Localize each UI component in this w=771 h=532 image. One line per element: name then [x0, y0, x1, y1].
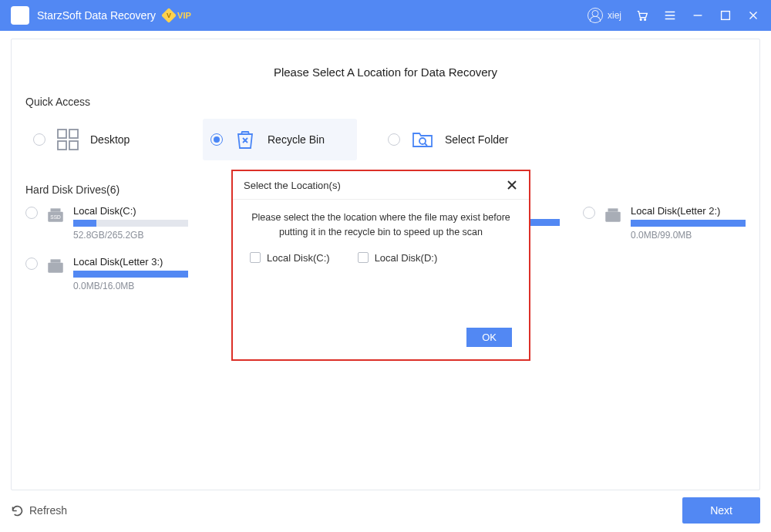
checkbox-local-disk-d[interactable]: Local Disk(D:) [358, 252, 438, 264]
svg-rect-14 [51, 259, 61, 262]
menu-icon[interactable] [663, 8, 677, 22]
qa-recycle-bin[interactable]: Recycle Bin [203, 119, 357, 160]
svg-rect-11 [605, 212, 621, 222]
radio-drive-letter3[interactable] [25, 258, 38, 270]
drive-name: Local Disk(Letter 2:) [631, 205, 746, 217]
drive-bar [73, 271, 188, 278]
svg-rect-9 [51, 208, 61, 211]
dialog-header: Select the Location(s) [233, 171, 529, 200]
svg-rect-4 [69, 130, 78, 138]
drive-item[interactable]: Local Disk(Letter 3:) 0.0MB/16.0MB [25, 256, 188, 291]
maximize-icon[interactable] [719, 8, 732, 22]
qa-desktop[interactable]: Desktop [25, 119, 180, 160]
close-icon [507, 180, 517, 190]
footer: Refresh Next [11, 495, 760, 526]
vip-badge: V VIP [163, 10, 191, 21]
checkbox-label: Local Disk(D:) [375, 252, 438, 264]
checkbox-icon [250, 252, 261, 263]
checkbox-icon [358, 252, 369, 263]
hdd-icon [45, 256, 66, 276]
drive-size: 0.0MB/16.0MB [73, 281, 188, 291]
drive-bar [631, 220, 746, 227]
desktop-icon [55, 126, 81, 153]
svg-rect-3 [58, 130, 66, 138]
radio-desktop[interactable] [33, 133, 45, 146]
drive-bar [73, 220, 188, 227]
svg-point-0 [640, 19, 641, 21]
svg-text:SSD: SSD [50, 214, 61, 220]
app-title: StarzSoft Data Recovery [37, 9, 156, 22]
quick-access-label: Quick Access [25, 96, 746, 108]
refresh-button[interactable]: Refresh [11, 504, 67, 517]
next-button[interactable]: Next [682, 497, 760, 524]
folder-search-icon [409, 126, 436, 153]
radio-drive-c[interactable] [25, 207, 38, 219]
checkbox-label: Local Disk(C:) [267, 252, 330, 264]
svg-rect-5 [58, 141, 66, 150]
title-bar: StarzSoft Data Recovery V VIP xiej [0, 0, 771, 31]
user-name: xiej [608, 10, 621, 21]
cart-icon[interactable] [635, 8, 649, 22]
quick-access-row: Desktop Recycle Bin Select Folder [25, 119, 746, 160]
user-section[interactable]: xiej [588, 8, 621, 23]
dialog-close-button[interactable] [506, 179, 518, 191]
refresh-icon [11, 504, 24, 517]
drive-item[interactable]: SSD Local Disk(C:) 52.8GB/265.2GB [25, 205, 188, 241]
hdd-icon [603, 205, 623, 225]
svg-rect-13 [48, 263, 63, 273]
recycle-bin-icon [232, 126, 258, 153]
qa-desktop-label: Desktop [90, 133, 130, 146]
radio-recycle[interactable] [210, 133, 223, 146]
page-title: Please Select A Location for Data Recove… [25, 66, 746, 79]
ssd-icon: SSD [45, 205, 66, 225]
ok-button[interactable]: OK [466, 328, 512, 347]
dialog-message: Please select the the location where the… [250, 210, 512, 240]
download-icon [14, 9, 26, 22]
avatar-icon [588, 8, 603, 23]
qa-select-folder-label: Select Folder [445, 133, 508, 146]
svg-rect-2 [722, 12, 730, 20]
diamond-icon: V [161, 8, 177, 23]
vip-label: VIP [177, 11, 191, 20]
svg-rect-12 [608, 208, 618, 211]
drive-name: Local Disk(Letter 3:) [73, 256, 188, 268]
radio-drive-letter2[interactable] [583, 207, 595, 219]
dialog-title: Select the Location(s) [244, 180, 341, 191]
radio-select-folder[interactable] [388, 133, 400, 146]
svg-rect-6 [69, 141, 78, 150]
drive-size: 0.0MB/99.0MB [631, 230, 746, 241]
qa-recycle-label: Recycle Bin [268, 133, 325, 146]
svg-point-1 [645, 19, 646, 21]
close-icon[interactable] [746, 8, 760, 22]
drive-item[interactable]: Local Disk(Letter 2:) 0.0MB/99.0MB [583, 205, 746, 241]
select-location-dialog: Select the Location(s) Please select the… [231, 170, 530, 361]
app-logo [11, 6, 29, 25]
qa-select-folder[interactable]: Select Folder [380, 119, 534, 160]
drive-name: Local Disk(C:) [73, 205, 188, 217]
checkbox-local-disk-c[interactable]: Local Disk(C:) [250, 252, 330, 264]
refresh-label: Refresh [29, 504, 67, 517]
drive-size: 52.8GB/265.2GB [73, 230, 188, 241]
minimize-icon[interactable] [691, 8, 705, 22]
svg-point-7 [419, 138, 426, 144]
